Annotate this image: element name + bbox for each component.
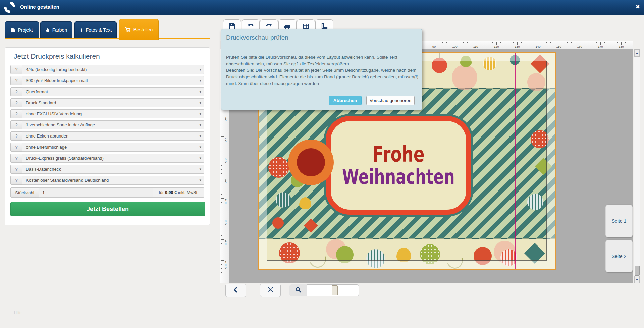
tab-farben[interactable]: Farben [40, 21, 72, 38]
zoom-slider-handle[interactable] [332, 285, 338, 295]
page-2-button[interactable]: Seite 2 [605, 240, 633, 272]
print-preview-dialog: Druckvorschau prüfen Prüfen Sie bitte di… [221, 29, 422, 110]
tab-label: Projekt [18, 27, 33, 33]
quantity-label: Stückzahl [10, 187, 39, 198]
dialog-body: Prüfen Sie bitte die Druckvorschau, da d… [226, 54, 420, 87]
cancel-button[interactable]: Abbrechen [329, 96, 362, 105]
print-option-row: ? 1 verschiedene Sorte in der Auflage ▾ [10, 120, 204, 129]
tab-label: Bestellen [133, 27, 153, 32]
cart-icon [125, 27, 131, 32]
bleed-overlay-bottom [259, 261, 555, 269]
price-value: 9.90 € [165, 190, 177, 195]
help-button[interactable]: ? [10, 176, 22, 185]
chevron-left-icon [232, 286, 239, 294]
help-button[interactable]: ? [10, 143, 22, 152]
zoom-control [289, 284, 307, 296]
zoom-slider[interactable] [307, 284, 359, 296]
chevron-down-icon: ▾ [199, 178, 201, 182]
help-button[interactable]: ? [10, 76, 22, 85]
scroll-down-icon[interactable]: ▼ [634, 276, 640, 283]
option-select-veredelung[interactable]: ohne EXCLUSIV Veredelung ▾ [22, 109, 204, 118]
app-logo-icon [4, 2, 15, 13]
close-icon[interactable]: ✖ [636, 4, 640, 10]
chevron-down-icon: ▾ [199, 90, 201, 94]
order-panel-heading: Jetzt Druckpreis kalkulieren [14, 52, 204, 60]
print-option-row: ? 4/4c (beidseitig farbig bedruckt) ▾ [10, 65, 204, 74]
tab-projekt[interactable]: Projekt [5, 21, 39, 38]
chevron-down-icon: ▾ [199, 123, 201, 127]
scrollbar-thumb[interactable] [635, 266, 640, 276]
help-button[interactable]: ? [10, 165, 22, 174]
panel-divider [215, 15, 215, 328]
print-option-row: ? ohne Ecken abrunden ▾ [10, 131, 204, 141]
tab-label: Fotos & Text [86, 27, 112, 33]
option-select-sorten[interactable]: 1 verschiedene Sorte in der Auflage ▾ [22, 120, 204, 129]
price-display: für 9.90 € inkl. MwSt. [153, 187, 204, 198]
print-option-row: ? Basis-Datencheck ▾ [10, 165, 204, 174]
print-option-row: ? 300 g/m² Bilderdruckpapier matt ▾ [10, 76, 204, 85]
dialog-title: Druckvorschau prüfen [226, 34, 417, 41]
help-button[interactable]: ? [10, 154, 22, 163]
app-title: Online gestalten [20, 4, 59, 10]
chevron-down-icon: ▾ [199, 112, 201, 116]
help-button[interactable]: ? [10, 87, 22, 96]
option-select-ecken[interactable]: ohne Ecken abrunden ▾ [22, 131, 204, 141]
chevron-down-icon: ▾ [199, 134, 201, 138]
help-button[interactable]: ? [10, 65, 22, 74]
bleed-overlay-right [547, 61, 555, 261]
back-button[interactable] [225, 284, 246, 297]
chevron-down-icon: ▾ [199, 156, 201, 160]
order-now-button[interactable]: Jetzt Bestellen [10, 202, 205, 216]
magnifier-icon [295, 286, 302, 294]
chevron-down-icon: ▾ [199, 167, 201, 171]
plus-icon: + [79, 26, 83, 34]
paint-icon [46, 28, 50, 32]
chevron-down-icon: ▾ [199, 67, 201, 72]
fit-view-button[interactable] [260, 284, 281, 297]
document-icon [11, 28, 15, 33]
help-button[interactable]: ? [10, 98, 22, 107]
print-option-row: ? Kostenloser Standardversand Deutschlan… [10, 176, 204, 185]
online-gestalten-app: Online gestalten ✖ Projekt Farben + Foto… [0, 0, 644, 328]
titlebar: Online gestalten ✖ [0, 0, 644, 15]
option-select-druckart[interactable]: Druck Standard ▾ [22, 98, 204, 107]
print-option-row: ? Druck Standard ▾ [10, 98, 204, 107]
print-option-row: ? ohne Briefumschläge ▾ [10, 143, 204, 152]
tab-fotos-text[interactable]: + Fotos & Text [74, 21, 117, 38]
option-select-briefumschlaege[interactable]: ohne Briefumschläge ▾ [22, 143, 204, 152]
option-select-express[interactable]: Druck-Express gratis (Standardversand) ▾ [22, 154, 204, 163]
option-select-paper[interactable]: 300 g/m² Bilderdruckpapier matt ▾ [22, 76, 204, 85]
canvas-scrollbar[interactable]: ▲ ▼ [634, 49, 640, 283]
print-option-row: ? Querformat ▾ [10, 87, 204, 96]
tab-label: Farben [52, 27, 67, 33]
option-select-datencheck[interactable]: Basis-Datencheck ▾ [22, 165, 204, 174]
option-select-versand[interactable]: Kostenloser Standardversand Deutschland … [22, 176, 204, 185]
help-button[interactable]: ? [10, 109, 22, 118]
chevron-down-icon: ▾ [199, 145, 201, 149]
quantity-input[interactable] [39, 187, 153, 198]
chevron-down-icon: ▾ [199, 101, 201, 105]
expand-icon [267, 286, 274, 295]
scroll-up-icon[interactable]: ▲ [634, 49, 640, 57]
order-panel: Jetzt Druckpreis kalkulieren ? 4/4c (bei… [5, 47, 210, 225]
print-option-row: ? ohne EXCLUSIV Veredelung ▾ [10, 109, 204, 118]
option-select-color[interactable]: 4/4c (beidseitig farbig bedruckt) ▾ [22, 65, 204, 74]
help-button[interactable]: ? [10, 131, 22, 141]
help-link[interactable]: Hilfe [14, 311, 21, 315]
guide-line [515, 53, 516, 269]
tab-bestellen[interactable]: Bestellen [119, 19, 159, 40]
page-1-button[interactable]: Seite 1 [605, 205, 633, 237]
generate-preview-button[interactable]: Vorschau generieren [366, 96, 415, 105]
print-option-row: ? Druck-Express gratis (Standardversand)… [10, 154, 204, 163]
chevron-down-icon: ▾ [199, 78, 201, 83]
quantity-row: Stückzahl für 9.90 € inkl. MwSt. [10, 187, 204, 198]
option-select-format[interactable]: Querformat ▾ [22, 87, 204, 96]
help-button[interactable]: ? [10, 120, 22, 129]
